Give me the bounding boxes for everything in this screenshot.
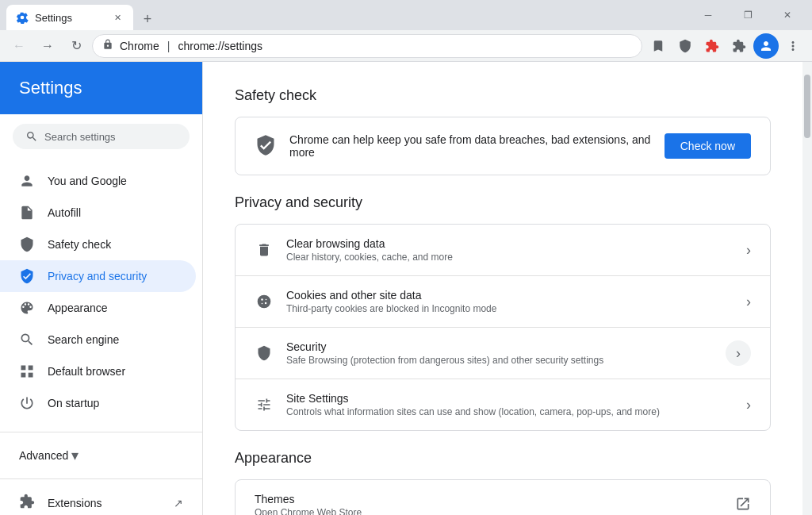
security-icon — [255, 344, 274, 363]
cookies-text: Cookies and other site data Third-party … — [286, 289, 733, 314]
main-content: Safety check Chrome can help keep you sa… — [203, 62, 802, 515]
sidebar-label-autofill: Autofill — [48, 206, 81, 219]
site-settings-text: Site Settings Controls what information … — [286, 392, 733, 417]
lock-icon — [102, 39, 113, 52]
security-text: Security Safe Browsing (protection from … — [286, 340, 713, 366]
minimize-button[interactable]: ─ — [690, 2, 726, 28]
address-bar[interactable]: Chrome | chrome://settings — [92, 34, 642, 58]
sidebar-header: Settings — [0, 62, 202, 114]
arrow-right-icon-3: › — [746, 397, 751, 413]
security-row[interactable]: Security Safe Browsing (protection from … — [236, 328, 770, 379]
sidebar-label-appearance: Appearance — [48, 302, 108, 314]
site-settings-title: Site Settings — [286, 392, 733, 405]
clear-browsing-data-row[interactable]: Clear browsing data Clear history, cooki… — [236, 225, 770, 276]
sidebar-label-extensions: Extensions — [48, 497, 161, 509]
cookie-icon — [255, 292, 274, 311]
svg-rect-1 — [21, 373, 26, 378]
safety-shield-icon — [255, 134, 277, 159]
appearance-card: Themes Open Chrome Web Store Show home b… — [235, 479, 771, 515]
chevron-down-icon: ▾ — [71, 447, 79, 464]
refresh-button[interactable]: ↻ — [63, 33, 89, 59]
title-bar: Settings ✕ + ─ ❐ ✕ — [0, 0, 812, 30]
appearance-icon — [19, 300, 35, 316]
svg-point-7 — [262, 303, 263, 305]
sidebar-label-safety-check: Safety check — [48, 238, 111, 251]
sidebar-title: Settings — [19, 78, 82, 98]
browser-frame: Settings ✕ + ─ ❐ ✕ ← → ↻ Chrome | chrome… — [0, 0, 812, 515]
arrow-circle-icon[interactable]: › — [726, 340, 751, 366]
themes-text: Themes Open Chrome Web Store — [255, 493, 722, 515]
arrow-right-icon-2: › — [746, 294, 751, 310]
site-settings-subtitle: Controls what information sites can use … — [286, 406, 733, 417]
sidebar-item-search-engine[interactable]: Search engine — [0, 324, 196, 356]
sidebar-nav: You and Google Autofill Safety check — [0, 159, 202, 425]
toolbar-icons — [645, 33, 806, 59]
close-button[interactable]: ✕ — [769, 2, 806, 28]
new-tab-button[interactable]: + — [136, 8, 159, 30]
scroll-track[interactable] — [802, 62, 812, 515]
themes-subtitle: Open Chrome Web Store — [255, 507, 722, 515]
arrow-right-icon-1: › — [746, 242, 751, 259]
on-startup-icon — [19, 395, 35, 411]
forward-button[interactable]: → — [35, 33, 60, 59]
tab-title-text: Settings — [35, 12, 105, 24]
puzzle-icon[interactable] — [726, 33, 752, 59]
extensions-sidebar-icon — [19, 494, 35, 512]
sidebar-item-on-startup[interactable]: On startup — [0, 387, 196, 419]
delete-icon — [255, 240, 274, 259]
cookies-row[interactable]: Cookies and other site data Third-party … — [236, 276, 770, 328]
sidebar-item-extensions[interactable]: Extensions ↗ — [0, 486, 202, 515]
autofill-icon — [19, 205, 35, 221]
sidebar-item-safety-check[interactable]: Safety check — [0, 229, 196, 260]
clear-browsing-data-subtitle: Clear history, cookies, cache, and more — [286, 252, 733, 263]
address-url: chrome://settings — [178, 40, 262, 52]
security-subtitle: Safe Browsing (protection from dangerous… — [286, 355, 713, 366]
sidebar-divider-2 — [0, 478, 202, 479]
check-now-button[interactable]: Check now — [665, 133, 751, 159]
sidebar-item-appearance[interactable]: Appearance — [0, 292, 196, 324]
clear-browsing-data-title: Clear browsing data — [286, 237, 733, 250]
safety-check-card: Chrome can help keep you safe from data … — [235, 117, 771, 175]
sidebar-item-privacy-security[interactable]: Privacy and security — [0, 260, 196, 292]
settings-tab[interactable]: Settings ✕ — [6, 5, 133, 30]
menu-button[interactable] — [780, 33, 806, 59]
clear-browsing-data-text: Clear browsing data Clear history, cooki… — [286, 237, 733, 263]
extensions-button[interactable] — [699, 33, 725, 59]
sidebar-label-on-startup: On startup — [48, 397, 99, 409]
window-controls: ─ ❐ ✕ — [690, 2, 806, 28]
person-icon — [19, 173, 35, 189]
maximize-button[interactable]: ❐ — [730, 2, 766, 28]
shield-toolbar-icon[interactable] — [672, 33, 698, 59]
safety-check-content: Chrome can help keep you safe from data … — [236, 117, 770, 175]
site-settings-row[interactable]: Site Settings Controls what information … — [236, 379, 770, 430]
bookmark-button[interactable] — [645, 33, 671, 59]
search-settings-label: Search settings — [44, 131, 116, 143]
search-engine-icon — [19, 332, 35, 348]
svg-point-8 — [266, 299, 267, 301]
privacy-security-card: Clear browsing data Clear history, cooki… — [235, 224, 771, 431]
svg-rect-3 — [29, 373, 33, 378]
security-title: Security — [286, 340, 713, 353]
sidebar: Settings Search settings You and Google — [0, 62, 203, 515]
sidebar-label-search-engine: Search engine — [48, 333, 119, 346]
scroll-thumb — [804, 75, 810, 138]
sidebar-search[interactable]: Search settings — [13, 124, 190, 149]
privacy-icon — [19, 268, 35, 284]
safety-check-title: Safety check — [235, 87, 771, 104]
sidebar-item-you-and-google[interactable]: You and Google — [0, 165, 196, 197]
svg-point-5 — [261, 298, 263, 301]
default-browser-icon — [19, 363, 35, 379]
sidebar-item-advanced[interactable]: Advanced ▾ — [0, 439, 202, 472]
sidebar-item-autofill[interactable]: Autofill — [0, 197, 196, 229]
svg-rect-2 — [29, 366, 33, 371]
themes-row[interactable]: Themes Open Chrome Web Store — [236, 480, 770, 515]
tab-close-button[interactable]: ✕ — [111, 11, 124, 24]
profile-button[interactable] — [753, 33, 779, 59]
back-button[interactable]: ← — [6, 33, 32, 59]
sidebar-label-advanced: Advanced — [19, 449, 68, 462]
sidebar-label-default-browser: Default browser — [48, 365, 125, 378]
cookies-subtitle: Third-party cookies are blocked in Incog… — [286, 303, 733, 314]
sidebar-item-default-browser[interactable]: Default browser — [0, 356, 196, 387]
address-domain: Chrome — [120, 40, 159, 52]
themes-external-link-icon — [735, 496, 751, 516]
